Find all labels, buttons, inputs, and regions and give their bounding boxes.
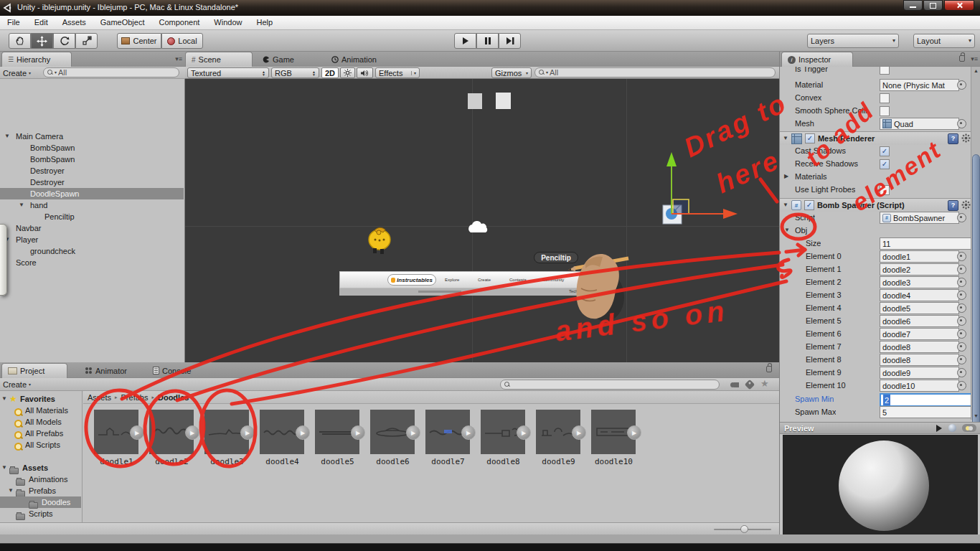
layers-dropdown[interactable]: Layers ▾ [807, 34, 899, 48]
prefab-preview-button[interactable]: ▶ [406, 425, 420, 440]
hierarchy-item-bombspawn[interactable]: BombSpawn [0, 154, 184, 165]
object-picker-icon[interactable] [957, 368, 966, 377]
asset-doodle5[interactable]: ▶ [315, 410, 359, 454]
gear-icon[interactable] [961, 133, 971, 143]
component-enabled-checkbox[interactable]: ✓ [805, 133, 815, 143]
scene-lighting-button[interactable] [340, 67, 355, 78]
asset-doodle3[interactable]: ▶ [204, 410, 249, 454]
preview-sphere-icon[interactable] [948, 424, 956, 432]
cloud-sprite[interactable] [466, 218, 492, 237]
spawn-min-input-focused[interactable]: 2 [880, 393, 971, 407]
project-search-input[interactable] [500, 380, 720, 390]
menu-edit[interactable]: Edit [27, 16, 55, 29]
menu-gameobject[interactable]: GameObject [93, 16, 152, 29]
hierarchy-search-input[interactable]: ▾ All [43, 67, 179, 77]
hierarchy-item-destroyer[interactable]: Destroyer [0, 165, 184, 176]
favorites-star-icon[interactable]: ★ [760, 378, 769, 389]
hierarchy-item-score[interactable]: Score [0, 257, 184, 268]
is-trigger-checkbox[interactable] [880, 67, 890, 75]
spawn-max-input[interactable]: 5 [880, 406, 971, 418]
assets-root[interactable]: ▼Assets [0, 462, 81, 474]
object-picker-icon[interactable] [957, 342, 966, 352]
scrollbar-thumb[interactable] [972, 154, 980, 430]
tab-console[interactable]: Console [147, 363, 197, 378]
search-by-label-icon[interactable] [745, 380, 755, 390]
object-picker-icon[interactable] [957, 381, 966, 390]
pivot-local-button[interactable]: Local [161, 33, 203, 49]
element-object-field[interactable]: doodle10 [880, 380, 959, 392]
obj-foldout-row[interactable]: ▼Obj [780, 225, 971, 236]
tree-item-all-materials[interactable]: All Materials [0, 405, 81, 416]
element-object-field[interactable]: doodle4 [880, 289, 959, 301]
render-channel-dropdown[interactable]: RGB ▲▼ [271, 67, 319, 78]
prefab-preview-button[interactable]: ▶ [517, 425, 531, 440]
tree-item-doodles-selected[interactable]: Doodles [0, 496, 81, 508]
object-picker-icon[interactable] [957, 291, 966, 300]
project-create-button[interactable]: Create ▾ [3, 380, 31, 390]
edge-panel-handle[interactable] [0, 224, 7, 296]
step-button[interactable] [499, 33, 521, 49]
object-picker-icon[interactable] [957, 80, 966, 90]
foldout-open-icon[interactable]: ▼ [784, 227, 790, 233]
element-object-field[interactable]: doodle1 [880, 250, 959, 263]
breadcrumb-doodles[interactable]: Doodles [158, 393, 189, 402]
asset-doodle6[interactable]: ▶ [370, 410, 415, 454]
foldout-open-icon[interactable]: ▼ [1, 465, 7, 471]
element-object-field[interactable]: doodle7 [880, 328, 959, 340]
breadcrumb-assets[interactable]: Assets [88, 393, 111, 402]
tab-animator[interactable]: Animator [79, 363, 133, 378]
prefab-preview-button[interactable]: ▶ [130, 425, 144, 440]
object-picker-icon[interactable] [957, 303, 966, 313]
preview-play-icon[interactable] [936, 425, 943, 432]
hierarchy-item-penciltip[interactable]: Penciltip [0, 211, 184, 222]
panel-menu-icon[interactable]: ▾≡ [175, 55, 182, 62]
search-by-type-icon[interactable] [730, 380, 739, 389]
script-object-field[interactable]: #BombSpawner [880, 212, 959, 224]
lock-icon[interactable] [959, 55, 965, 62]
menu-window[interactable]: Window [207, 16, 249, 29]
use-light-probes-checkbox[interactable] [880, 185, 890, 195]
object-picker-icon[interactable] [957, 265, 966, 274]
tree-item-animations[interactable]: Animations [0, 474, 81, 485]
restore-button[interactable] [923, 0, 943, 11]
navbar-banner-sprite[interactable]: Instructables Explore Create Contests Co… [339, 271, 595, 288]
component-enabled-checkbox[interactable]: ✓ [804, 200, 814, 210]
shading-mode-dropdown[interactable]: Textured ▲▼ [187, 67, 269, 78]
penciltip-object-label[interactable]: Penciltip [534, 252, 578, 263]
convex-checkbox[interactable] [880, 93, 890, 103]
object-picker-icon[interactable] [957, 119, 966, 128]
element-object-field[interactable]: doodle8 [880, 354, 959, 366]
object-picker-icon[interactable] [957, 355, 966, 364]
prefab-preview-button[interactable]: ▶ [240, 425, 255, 440]
hierarchy-create-button[interactable]: Create ▾ [3, 67, 31, 78]
tab-project[interactable]: Project [1, 363, 67, 378]
asset-doodle9[interactable]: ▶ [536, 410, 580, 454]
tree-item-all-models[interactable]: All Models [0, 416, 81, 428]
hierarchy-item-bombspawn[interactable]: BombSpawn [0, 142, 184, 154]
scene-canvas[interactable]: Instructables Explore Create Contests Co… [185, 79, 779, 362]
cast-shadows-checkbox[interactable]: ✓ [880, 146, 890, 156]
object-picker-icon[interactable] [957, 213, 966, 222]
hierarchy-item-navbar[interactable]: Navbar [0, 222, 184, 234]
pause-button[interactable] [476, 33, 499, 49]
scene-search-input[interactable]: ▾ All [534, 67, 776, 77]
prefab-preview-button[interactable]: ▶ [351, 425, 365, 440]
inspector-scrollbar[interactable]: ▲ ▼ [971, 67, 980, 420]
element-object-field[interactable]: doodle9 [880, 367, 959, 379]
layout-dropdown[interactable]: Layout ▾ [913, 34, 975, 48]
bomb-spawner-header[interactable]: ▼ # ✓ Bomb Spawner (Script) ? [780, 198, 971, 212]
mesh-object-field[interactable]: Quad [880, 118, 959, 130]
hierarchy-item-doodlespawn-selected[interactable]: DoodleSpawn [0, 188, 184, 199]
move-tool-button[interactable] [31, 33, 53, 49]
asset-doodle4[interactable]: ▶ [260, 410, 304, 454]
element-object-field[interactable]: doodle5 [880, 302, 959, 314]
2d-toggle-button[interactable]: 2D [321, 67, 339, 78]
object-picker-icon[interactable] [957, 329, 966, 339]
tree-item-prefabs[interactable]: ▼Prefabs [0, 485, 81, 496]
element-object-field[interactable]: doodle6 [880, 315, 959, 327]
effects-dropdown[interactable]: Effects ▾ [375, 67, 420, 78]
scene-sprite-block[interactable] [496, 93, 511, 109]
prefab-preview-button[interactable]: ▶ [296, 425, 310, 440]
lock-icon[interactable] [766, 366, 772, 372]
receive-shadows-checkbox[interactable]: ✓ [880, 159, 890, 169]
